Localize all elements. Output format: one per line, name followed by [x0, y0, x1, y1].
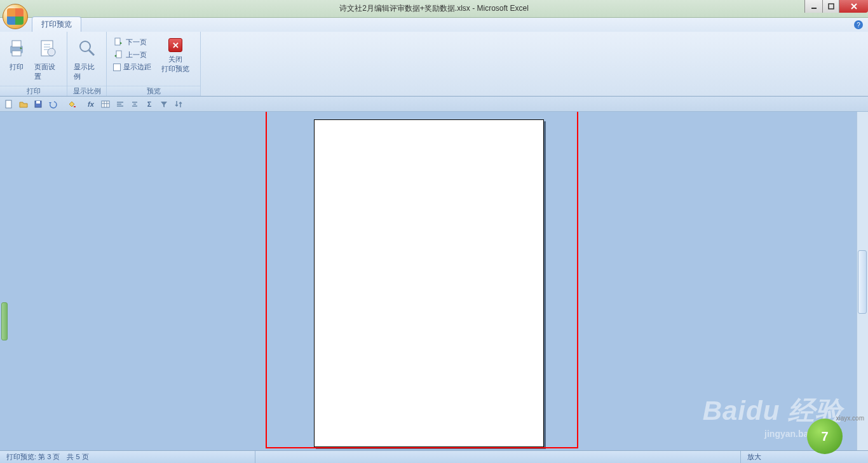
qat-bucket-icon[interactable] — [65, 98, 78, 110]
svg-rect-1 — [829, 4, 834, 9]
qat-center-icon[interactable] — [128, 98, 141, 110]
office-button[interactable] — [3, 4, 28, 29]
svg-rect-0 — [811, 8, 817, 9]
maximize-button[interactable] — [822, 0, 839, 13]
svg-rect-4 — [12, 51, 21, 56]
magnifier-icon — [77, 38, 97, 58]
next-page-label: 下一页 — [126, 37, 147, 47]
qat-save-icon[interactable] — [32, 98, 44, 110]
print-button[interactable]: 打印 — [3, 34, 31, 73]
status-separator — [255, 451, 255, 463]
svg-point-11 — [80, 41, 90, 51]
next-page-icon — [113, 37, 123, 47]
svg-rect-13 — [115, 38, 120, 45]
qat-sort-icon[interactable] — [172, 98, 185, 110]
svg-point-10 — [48, 48, 55, 56]
qat-open-icon[interactable] — [17, 98, 30, 110]
window-titlebar: 诗文社2月编辑评审数据+奖励数据.xlsx - Microsoft Excel — [0, 0, 868, 18]
quick-access-toolbar: fx Σ — [0, 97, 868, 112]
page-setup-label: 页面设置 — [34, 62, 60, 81]
qat-table-icon[interactable] — [99, 98, 112, 110]
window-controls — [804, 0, 868, 13]
close-preview-label-1: 关闭 — [168, 55, 182, 64]
prev-page-button[interactable]: 上一页 — [111, 48, 154, 61]
ribbon-group-print: 打印 页面设置 打印 — [0, 32, 67, 96]
status-bar: 打印预览: 第 3 页 共 5 页 放大 — [0, 450, 868, 463]
ribbon: 打印 页面设置 打印 显示比例 显示比例 — [0, 32, 868, 97]
close-preview-button[interactable]: ✕ 关闭 打印预览 — [158, 34, 193, 75]
svg-rect-14 — [116, 51, 121, 58]
svg-rect-18 — [74, 106, 76, 107]
ribbon-group-preview: 下一页 上一页 显示边距 ✕ 关闭 打印预览 预览 — [107, 32, 201, 96]
svg-point-5 — [20, 48, 22, 50]
svg-rect-19 — [102, 101, 109, 107]
ribbon-group-zoom: 显示比例 显示比例 — [67, 32, 107, 96]
status-zoom-label[interactable]: 放大 — [741, 452, 868, 462]
svg-rect-17 — [36, 101, 40, 104]
tab-print-preview[interactable]: 打印预览 — [32, 17, 81, 32]
group-print-label: 打印 — [0, 86, 67, 96]
print-label: 打印 — [10, 62, 24, 72]
close-preview-label-2: 打印预览 — [161, 64, 189, 74]
prev-page-icon — [113, 50, 123, 60]
close-icon: ✕ — [168, 38, 182, 52]
group-zoom-label: 显示比例 — [67, 86, 106, 96]
page-setup-icon — [37, 38, 58, 58]
show-margins-label: 显示边距 — [123, 62, 151, 72]
print-preview-canvas[interactable] — [0, 112, 868, 450]
printer-icon — [6, 38, 27, 58]
zoom-button[interactable]: 显示比例 — [70, 34, 104, 83]
page-setup-button[interactable]: 页面设置 — [31, 34, 64, 83]
qat-align-icon[interactable] — [114, 98, 126, 110]
scrollbar-thumb[interactable] — [858, 250, 867, 314]
window-title: 诗文社2月编辑评审数据+奖励数据.xlsx - Microsoft Excel — [339, 3, 529, 14]
close-window-button[interactable] — [839, 0, 868, 13]
qat-new-icon[interactable] — [3, 98, 15, 110]
status-page-info: 打印预览: 第 3 页 共 5 页 — [0, 452, 255, 462]
svg-rect-3 — [12, 41, 21, 47]
preview-page — [314, 119, 544, 447]
next-page-button[interactable]: 下一页 — [111, 36, 154, 48]
qat-undo-icon[interactable] — [46, 98, 59, 110]
qat-sigma-icon[interactable]: Σ — [143, 98, 156, 110]
show-margins-checkbox[interactable]: 显示边距 — [111, 61, 154, 73]
qat-filter-icon[interactable] — [158, 98, 170, 110]
vertical-scrollbar[interactable] — [857, 112, 868, 450]
checkbox-icon — [113, 64, 121, 71]
qat-fx-icon[interactable]: fx — [85, 98, 97, 110]
office-logo-icon — [7, 8, 24, 25]
svg-line-12 — [89, 50, 94, 55]
prev-page-label: 上一页 — [126, 50, 147, 60]
left-scroll-indicator[interactable] — [1, 302, 8, 340]
svg-rect-15 — [6, 100, 11, 108]
help-icon[interactable]: ? — [854, 20, 863, 29]
zoom-label: 显示比例 — [74, 62, 100, 81]
ribbon-tab-row: 打印预览 ? — [0, 18, 868, 32]
minimize-button[interactable] — [804, 0, 822, 13]
group-preview-label: 预览 — [107, 86, 200, 96]
